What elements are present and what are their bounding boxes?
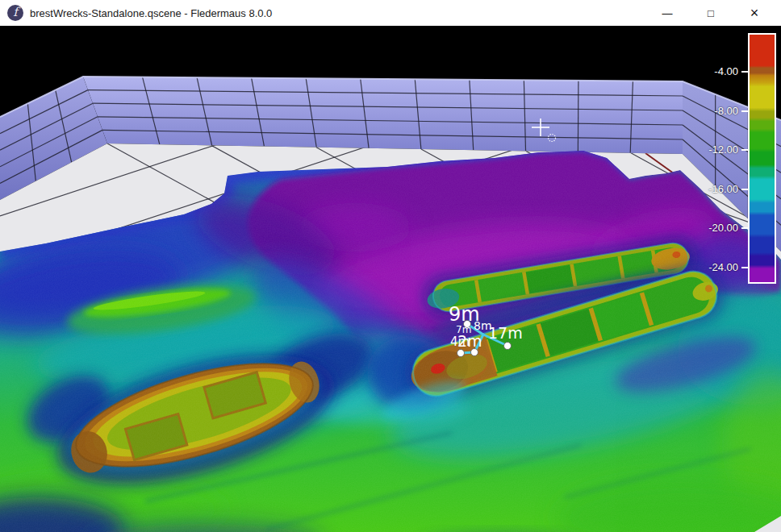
colorbar-tick-label: -12.00 (690, 143, 738, 156)
measure-label: 2m (457, 332, 482, 350)
colorbar-tick-label: -4.00 (690, 65, 738, 78)
colorbar-tick (741, 227, 748, 229)
depth-colorbar: -4.00-8.00-12.00-16.00-20.00-24.00 (670, 33, 776, 285)
scene-3d-view[interactable]: 9m7m8m17m4m2m (0, 26, 781, 532)
back-wall (83, 77, 683, 154)
scene-viewport[interactable]: 9m7m8m17m4m2m -4.00-8.00-12.00-16.00-20.… (0, 26, 781, 532)
colorbar-tick-label: -24.00 (690, 261, 738, 274)
app-window: f brestWrecks-Standalone.qscene - Fleder… (0, 0, 781, 532)
maximize-button[interactable]: □ (692, 0, 729, 26)
colorbar-tick-label: -8.00 (690, 105, 738, 118)
titlebar: f brestWrecks-Standalone.qscene - Fleder… (0, 0, 781, 26)
app-icon-letter: f (13, 6, 18, 19)
minimize-button[interactable]: — (649, 0, 686, 26)
colorbar-gradient (748, 33, 776, 284)
window-title: brestWrecks-Standalone.qscene - Flederma… (30, 7, 272, 19)
measure-label: 17m (488, 324, 523, 342)
close-button[interactable]: × (736, 0, 773, 26)
colorbar-tick (741, 110, 748, 112)
colorbar-tick-label: -16.00 (690, 183, 738, 196)
fledermaus-f-icon: f (7, 5, 23, 21)
colorbar-tick (741, 149, 748, 151)
colorbar-tick (741, 71, 748, 73)
colorbar-tick (741, 189, 748, 190)
colorbar-tick-label: -20.00 (690, 222, 738, 235)
colorbar-tick (741, 267, 748, 268)
